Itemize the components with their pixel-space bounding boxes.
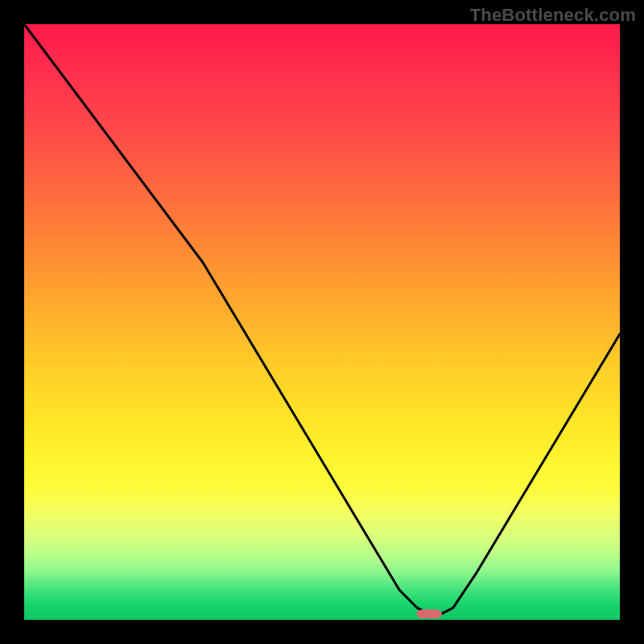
chart-stage: TheBottleneck.com [0,0,644,644]
sweet-spot-marker [416,609,442,618]
watermark-text: TheBottleneck.com [470,5,636,26]
bottleneck-curve [24,24,620,614]
chart-overlay [0,0,644,644]
